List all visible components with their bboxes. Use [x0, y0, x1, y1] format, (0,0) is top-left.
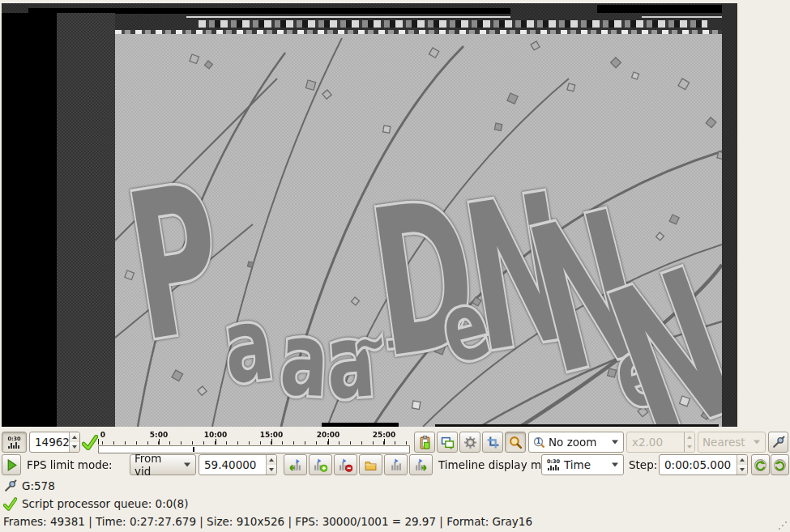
timeline-display-mode-select[interactable]: 0:30 Time: [541, 454, 624, 475]
add-bookmark-button[interactable]: [309, 454, 332, 475]
folder-icon: [364, 458, 378, 472]
zoom-factor-value: x2.00: [632, 436, 663, 449]
clipboard-icon: [418, 436, 432, 449]
frame-ok-check-icon: [82, 435, 98, 450]
video-animation-content: P a a a ~— D e N N e N: [115, 30, 722, 427]
resample-filter-select: Nearest: [698, 432, 766, 453]
step-stepper[interactable]: [737, 455, 747, 475]
timeline-cursor[interactable]: [193, 447, 194, 452]
fps-limit-mode-select[interactable]: From vid: [130, 454, 196, 475]
gear-icon: [463, 436, 477, 449]
prev-bookmark-button[interactable]: [284, 454, 307, 475]
video-illustration: P a a a ~— D e N N e N: [115, 30, 722, 427]
timeline-minor-ticks: [102, 440, 408, 445]
timeline-display-mode-value: Time: [564, 458, 591, 471]
play-icon: [5, 458, 19, 472]
frame-number-input[interactable]: 14962: [29, 432, 80, 453]
zoom-tool-button[interactable]: [505, 432, 526, 453]
queue-text: Script processor queue: 0:0(8): [22, 497, 188, 510]
crop-icon: [486, 436, 500, 449]
zoom-mode-select[interactable]: 1 No zoom: [528, 432, 624, 453]
pixel-info-line: G:578: [3, 478, 55, 494]
paste-frame-button[interactable]: [414, 432, 435, 453]
timeline-ruler[interactable]: 05:00 10:0015:00 20:0025:00: [98, 432, 410, 453]
eyedropper-status-icon: [3, 479, 17, 493]
fps-value-input[interactable]: 59.40000: [199, 454, 277, 475]
fps-limit-label: FPS limit mode:: [27, 454, 113, 476]
save-image-button[interactable]: [437, 432, 458, 453]
time-ruler-icon: 0:30: [6, 436, 23, 449]
fps-limit-mode-value: From vid: [135, 452, 181, 478]
zoom-mode-value: No zoom: [549, 436, 596, 449]
add-bookmark-icon: [314, 458, 327, 472]
save-image-icon: [441, 436, 455, 449]
play-button[interactable]: [2, 454, 21, 475]
svg-text:1: 1: [536, 438, 541, 445]
next-bookmark-button[interactable]: [409, 454, 433, 475]
remove-bookmark-icon: [339, 458, 352, 472]
bookmark-icon: [389, 458, 403, 472]
window-resize-grip[interactable]: [778, 520, 788, 530]
pixel-value-text: G:578: [22, 479, 55, 492]
video-letterbox-left: [2, 13, 57, 427]
video-dither-strip: [57, 13, 115, 427]
step-back-button[interactable]: [751, 454, 770, 475]
queue-ok-check-icon: [3, 497, 17, 511]
zoom-one-icon: 1: [533, 436, 545, 449]
step-value: 0:00:05.000: [664, 458, 731, 471]
crop-button[interactable]: [482, 432, 503, 453]
step-label: Step:: [629, 454, 657, 476]
toolbar-playback-row: FPS limit mode: From vid 59.40000: [0, 454, 790, 476]
timeline-tick-labels: 05:00 10:0015:00 20:0025:00: [98, 432, 410, 439]
magnifier-icon: [509, 436, 523, 449]
clip-info-text: Frames: 49381 | Time: 0:27:27.679 | Size…: [3, 515, 532, 528]
frame-number-value: 14962: [35, 436, 70, 449]
step-input[interactable]: 0:00:05.000: [659, 454, 748, 475]
pixel-picker-button[interactable]: [768, 432, 788, 453]
eyedropper-icon: [771, 436, 785, 449]
video-preview[interactable]: P a a a ~— D e N N e N: [2, 3, 737, 427]
time-mode-icon: 0:30: [546, 459, 561, 470]
toolbar-timeline-row: 0:30 14962 05:00 10:0015:00 20:0025:00: [0, 432, 790, 453]
clip-info-line: Frames: 49381 | Time: 0:27:27.679 | Size…: [3, 513, 532, 530]
step-forward-button[interactable]: [771, 454, 789, 475]
resample-filter-value: Nearest: [702, 436, 745, 449]
video-letterbox-right: [722, 3, 737, 427]
settings-button[interactable]: [459, 432, 480, 453]
video-title-text: P a a a ~— D e N N e N: [115, 140, 722, 427]
svg-text:P: P: [115, 140, 237, 386]
bookmark-file-button[interactable]: [359, 454, 382, 475]
queue-info-line: Script processor queue: 0:0(8): [3, 496, 188, 512]
next-bookmark-icon: [414, 458, 428, 472]
step-forward-icon: [773, 458, 787, 472]
step-back-icon: [754, 458, 767, 472]
fps-value-stepper[interactable]: [266, 455, 276, 475]
remove-bookmark-button[interactable]: [334, 454, 357, 475]
timeline-units-toggle-button[interactable]: 0:30: [2, 432, 27, 453]
bookmark-list-button[interactable]: [384, 454, 408, 475]
prev-bookmark-icon: [288, 458, 302, 472]
fps-value: 59.40000: [204, 458, 256, 471]
avsp-window: { "video": { "letters": ["P","a","a","a"…: [0, 0, 790, 532]
frame-number-stepper[interactable]: [69, 432, 79, 452]
zoom-factor-input: x2.00: [626, 432, 695, 453]
svg-text:a: a: [217, 284, 279, 406]
